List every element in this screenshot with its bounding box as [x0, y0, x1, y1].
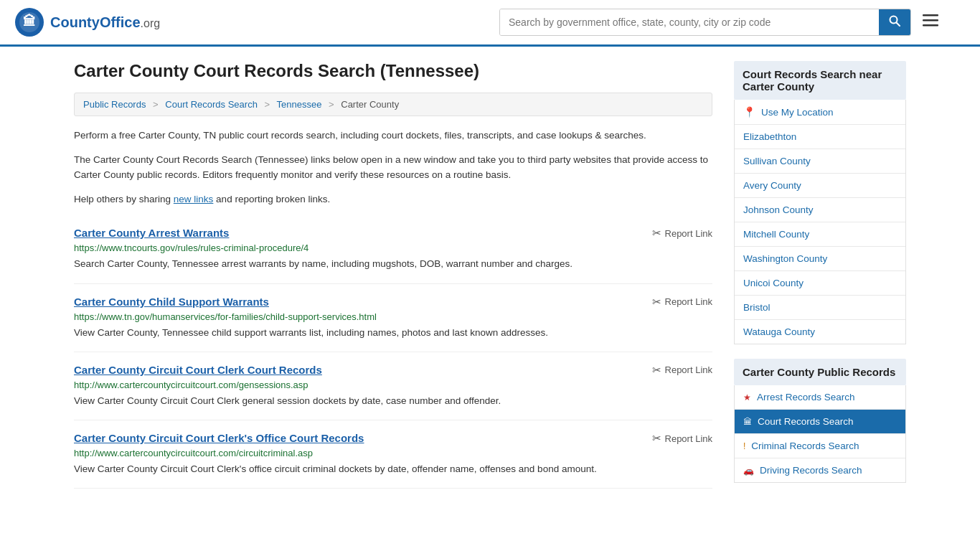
pub-rec-arrest: ★ Arrest Records Search	[735, 385, 905, 410]
record-entry-1: Carter County Child Support Warrants ✂ R…	[74, 284, 712, 352]
car-icon: 🚗	[743, 466, 754, 476]
report-icon-2: ✂	[652, 364, 661, 377]
search-area	[499, 9, 944, 36]
report-icon-1: ✂	[652, 296, 661, 309]
content-area: Carter County Court Records Search (Tenn…	[74, 61, 712, 497]
record-desc-3: View Carter County Circuit Court Clerk's…	[74, 462, 712, 476]
sidebar: Court Records Search near Carter County …	[734, 61, 906, 497]
report-icon-0: ✂	[652, 227, 661, 240]
search-input[interactable]	[500, 9, 879, 35]
public-records-list: ★ Arrest Records Search 🏛 Court Records …	[734, 385, 906, 483]
nearby-johnson-county: Johnson County	[735, 198, 905, 222]
public-records-section: Carter County Public Records ★ Arrest Re…	[734, 359, 906, 483]
main-container: Carter County Court Records Search (Tenn…	[60, 47, 920, 512]
exclamation-icon: !	[743, 441, 745, 451]
pub-rec-link-criminal[interactable]: ! Criminal Records Search	[735, 434, 905, 458]
svg-text:🏛: 🏛	[23, 14, 36, 29]
record-title-0[interactable]: Carter County Arrest Warrants	[74, 227, 229, 239]
menu-button[interactable]	[917, 10, 944, 34]
nearby-link-johnson-county[interactable]: Johnson County	[735, 198, 905, 222]
nearby-sullivan-county: Sullivan County	[735, 149, 905, 174]
record-title-1[interactable]: Carter County Child Support Warrants	[74, 296, 269, 308]
search-button[interactable]	[879, 9, 910, 35]
nearby-watauga-county: Watauga County	[735, 320, 905, 344]
nearby-bristol: Bristol	[735, 296, 905, 320]
record-entry-0: Carter County Arrest Warrants ✂ Report L…	[74, 215, 712, 283]
report-link-1[interactable]: ✂ Report Link	[652, 296, 712, 309]
nearby-link-washington-county[interactable]: Washington County	[735, 247, 905, 270]
nearby-link-bristol[interactable]: Bristol	[735, 296, 905, 319]
nearby-mitchell-county: Mitchell County	[735, 222, 905, 247]
record-url-1: https://www.tn.gov/humanservices/for-fam…	[74, 311, 712, 322]
pub-rec-court: 🏛 Court Records Search	[735, 410, 905, 434]
record-url-3: http://www.cartercountycircuitcourt.com/…	[74, 448, 712, 458]
record-entry-2: Carter County Circuit Court Clerk Court …	[74, 352, 712, 420]
nearby-unicoi-county: Unicoi County	[735, 271, 905, 296]
breadcrumb-public-records[interactable]: Public Records	[83, 99, 146, 110]
logo-area: 🏛 CountyOffice.org	[14, 7, 160, 37]
breadcrumb-court-records-search[interactable]: Court Records Search	[165, 99, 258, 110]
report-link-2[interactable]: ✂ Report Link	[652, 364, 712, 377]
record-url-0: https://www.tncourts.gov/rules/rules-cri…	[74, 242, 712, 253]
description-3: Help others by sharing new links and rep…	[74, 192, 712, 207]
building-icon: 🏛	[743, 417, 752, 427]
record-title-2[interactable]: Carter County Circuit Court Clerk Court …	[74, 364, 322, 376]
nearby-link-sullivan-county[interactable]: Sullivan County	[735, 149, 905, 173]
report-icon-3: ✂	[652, 432, 661, 445]
pub-rec-criminal: ! Criminal Records Search	[735, 434, 905, 458]
breadcrumb: Public Records > Court Records Search > …	[74, 93, 712, 116]
header: 🏛 CountyOffice.org	[0, 0, 980, 47]
breadcrumb-tennessee[interactable]: Tennessee	[277, 99, 322, 110]
location-dot-icon: 📍	[743, 106, 755, 118]
svg-rect-5	[923, 14, 938, 17]
nearby-link-elizabethton[interactable]: Elizabethton	[735, 125, 905, 149]
logo-text: CountyOffice.org	[50, 14, 160, 31]
search-icon	[889, 15, 900, 27]
search-input-wrap	[499, 9, 911, 36]
star-icon: ★	[743, 392, 751, 402]
nearby-use-my-location: 📍 Use My Location	[735, 100, 905, 125]
nearby-link-unicoi-county[interactable]: Unicoi County	[735, 271, 905, 295]
pub-rec-link-arrest[interactable]: ★ Arrest Records Search	[735, 385, 905, 409]
description-1: Perform a free Carter County, TN public …	[74, 128, 712, 143]
pub-rec-link-driving[interactable]: 🚗 Driving Records Search	[735, 458, 905, 482]
report-link-0[interactable]: ✂ Report Link	[652, 227, 712, 240]
record-desc-2: View Carter County Circuit Court Clerk g…	[74, 394, 712, 408]
record-url-2: http://www.cartercountycircuitcourt.com/…	[74, 380, 712, 390]
public-records-section-title: Carter County Public Records	[734, 359, 906, 385]
new-links-link[interactable]: new links	[174, 194, 214, 204]
svg-rect-7	[923, 24, 938, 27]
report-link-3[interactable]: ✂ Report Link	[652, 432, 712, 445]
nearby-link-mitchell-county[interactable]: Mitchell County	[735, 222, 905, 246]
svg-rect-6	[923, 19, 938, 22]
nearby-avery-county: Avery County	[735, 174, 905, 198]
logo-icon: 🏛	[14, 7, 44, 37]
breadcrumb-carter-county: Carter County	[341, 99, 399, 110]
nearby-links-list: 📍 Use My Location Elizabethton Sullivan …	[734, 100, 906, 344]
nearby-link-avery-county[interactable]: Avery County	[735, 174, 905, 197]
description-2: The Carter County Court Records Search (…	[74, 152, 712, 183]
record-desc-0: Search Carter County, Tennessee arrest w…	[74, 257, 712, 271]
record-desc-1: View Carter County, Tennessee child supp…	[74, 326, 712, 340]
hamburger-icon	[923, 14, 938, 27]
record-title-3[interactable]: Carter County Circuit Court Clerk's Offi…	[74, 432, 364, 444]
page-title: Carter County Court Records Search (Tenn…	[74, 61, 712, 81]
pub-rec-link-court[interactable]: 🏛 Court Records Search	[735, 410, 905, 433]
record-entry-3: Carter County Circuit Court Clerk's Offi…	[74, 420, 712, 489]
nearby-link-use-my-location[interactable]: 📍 Use My Location	[735, 100, 905, 124]
nearby-elizabethton: Elizabethton	[735, 125, 905, 149]
nearby-section-title: Court Records Search near Carter County	[734, 61, 906, 100]
svg-line-4	[897, 23, 900, 27]
nearby-section: Court Records Search near Carter County …	[734, 61, 906, 344]
nearby-washington-county: Washington County	[735, 247, 905, 271]
pub-rec-driving: 🚗 Driving Records Search	[735, 458, 905, 482]
nearby-link-watauga-county[interactable]: Watauga County	[735, 320, 905, 344]
